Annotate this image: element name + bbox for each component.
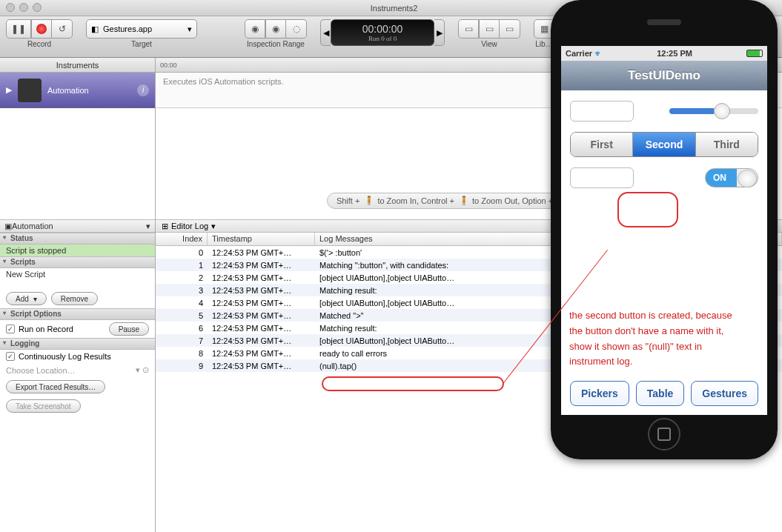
logging-header[interactable]: Logging <box>0 338 155 350</box>
loop-button[interactable]: ↺ <box>52 19 73 39</box>
ios-slider[interactable] <box>669 108 758 114</box>
export-results-button[interactable]: Export Traced Results… <box>6 380 105 393</box>
run-on-record-label: Run on Record <box>19 325 73 333</box>
range-end-button[interactable]: ◉ <box>265 19 286 39</box>
detail-selector[interactable]: ▣ Automation ▾ <box>0 219 155 233</box>
ios-text-field-2[interactable] <box>570 167 634 188</box>
pickers-button[interactable]: Pickers <box>570 381 629 406</box>
detail-label: Automation <box>12 222 53 230</box>
ios-text-field-1[interactable] <box>570 101 634 122</box>
target-selector[interactable]: ◧ Gestures.app ▾ <box>86 19 197 39</box>
ios-segmented-control[interactable]: First Second Third <box>570 132 758 157</box>
automation-track[interactable]: ▶ Automation i <box>0 73 155 108</box>
wifi-icon: ᯤ <box>594 49 603 58</box>
editor-dropdown-icon[interactable]: ▾ <box>211 222 216 231</box>
status-section-header[interactable]: Status <box>0 233 155 245</box>
ios-nav-title: TestUIDemo <box>561 61 767 90</box>
grid-icon: ⊞ <box>162 222 168 231</box>
ios-status-bar: Carrier ᯤ 12:25 PM <box>561 46 767 61</box>
record-button[interactable] <box>31 19 52 39</box>
target-app-icon: ◧ <box>91 24 99 34</box>
scripts-section-header[interactable]: Scripts <box>0 256 155 268</box>
segment-second[interactable]: Second <box>633 133 695 156</box>
run-on-record-checkbox[interactable]: ✓ <box>6 325 15 333</box>
range-start-button[interactable]: ◉ <box>245 19 265 39</box>
remove-script-button[interactable]: Remove <box>51 292 98 305</box>
ios-switch[interactable]: ON <box>705 168 758 187</box>
run-time: 00:00:00 <box>362 23 403 35</box>
person-icon: 🧍 <box>459 196 468 206</box>
table-button[interactable]: Table <box>636 381 685 406</box>
view-3-button[interactable]: ▭ <box>500 19 520 39</box>
track-name: Automation <box>47 86 89 95</box>
continuously-log-checkbox[interactable]: ✓ <box>6 352 15 361</box>
choose-location-label: Choose Location… <box>6 366 76 375</box>
editor-log-label: Editor Log <box>171 222 208 230</box>
continuously-log-label: Continuously Log Results <box>19 352 111 361</box>
run-next-button[interactable]: ▶ <box>434 19 445 46</box>
segment-first[interactable]: First <box>571 133 633 156</box>
status-value: Script is stopped <box>0 245 155 256</box>
run-lcd: 00:00:00 Run 0 of 0 <box>331 19 434 46</box>
home-button[interactable] <box>648 418 680 450</box>
col-index[interactable]: Index <box>156 233 208 245</box>
battery-icon <box>746 50 763 57</box>
automation-icon <box>18 79 42 102</box>
script-item[interactable]: New Script <box>0 268 155 280</box>
take-screenshot-button: Take Screenshot <box>6 399 81 413</box>
gestures-button[interactable]: Gestures <box>691 381 758 406</box>
target-value: Gestures.app <box>103 24 152 33</box>
target-dropdown-icon: ▾ <box>188 24 192 34</box>
detail-dropdown-icon: ▾ <box>146 222 150 231</box>
record-label: Record <box>27 40 51 48</box>
segment-third[interactable]: Third <box>696 133 758 156</box>
track-disclosure-icon[interactable]: ▶ <box>6 85 12 95</box>
instruments-header: Instruments <box>0 58 155 73</box>
detail-icon: ▣ <box>4 222 12 231</box>
view-2-button[interactable]: ▭ <box>479 19 500 39</box>
annotation-text: the second button is created, because th… <box>569 308 747 370</box>
ios-time: 12:25 PM <box>657 49 692 58</box>
iphone-simulator: Carrier ᯤ 12:25 PM TestUIDemo First Seco… <box>551 0 778 459</box>
inspection-label: Inspection Range <box>247 40 305 48</box>
traffic-lights[interactable] <box>6 3 42 12</box>
range-clear-button[interactable]: ◌ <box>286 19 307 39</box>
window-title: Instruments2 <box>371 4 418 13</box>
add-script-button[interactable]: Add ▾ <box>6 292 47 305</box>
script-options-header[interactable]: Script Options <box>0 308 155 320</box>
run-status: Run 0 of 0 <box>368 35 397 42</box>
col-timestamp[interactable]: Timestamp <box>208 233 315 245</box>
person-icon: 🧍 <box>364 196 373 206</box>
run-prev-button[interactable]: ◀ <box>320 19 331 46</box>
view-1-button[interactable]: ▭ <box>458 19 479 39</box>
pause-button[interactable]: ❚❚ <box>6 19 31 39</box>
track-info-button[interactable]: i <box>137 84 149 96</box>
target-label: Target <box>131 40 152 48</box>
pause-script-button[interactable]: Pause <box>109 322 149 336</box>
view-label: View <box>481 40 497 48</box>
